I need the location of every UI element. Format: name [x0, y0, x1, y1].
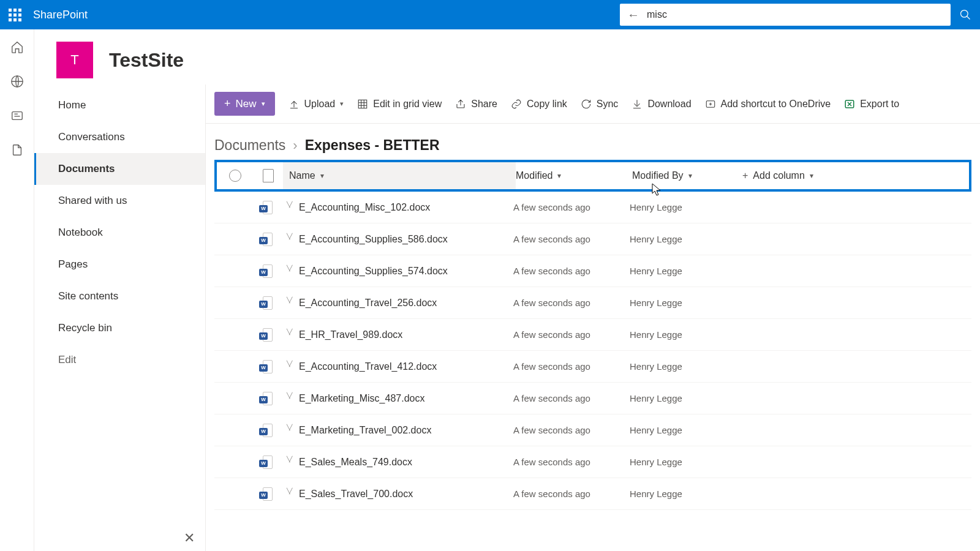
row-select[interactable] [214, 361, 251, 373]
file-type-cell: W [251, 264, 281, 278]
edit-grid-button[interactable]: Edit in grid view [357, 99, 442, 110]
row-select[interactable] [214, 201, 251, 214]
table-row[interactable]: W╲╱E_Accounting_Misc_102.docxA few secon… [214, 192, 971, 223]
file-name-cell[interactable]: ╲╱E_Sales_Meals_749.docx [281, 446, 513, 478]
row-select[interactable] [214, 265, 251, 277]
site-title[interactable]: TestSite [109, 49, 184, 72]
table-row[interactable]: W╲╱E_Marketing_Travel_002.docxA few seco… [214, 414, 971, 446]
nav-item-notebook[interactable]: Notebook [34, 217, 205, 249]
modified-by-cell[interactable]: Henry Legge [630, 298, 740, 308]
new-label: New [236, 98, 257, 110]
search-button[interactable] [951, 0, 980, 29]
nav-item-conversations[interactable]: Conversations [34, 121, 205, 153]
row-select[interactable] [214, 488, 251, 500]
nav-item-pages[interactable]: Pages [34, 249, 205, 280]
breadcrumb-root[interactable]: Documents [214, 137, 285, 154]
plus-icon: + [742, 170, 748, 181]
file-list: Name ▾ Modified ▾ Modified By ▾ + [206, 160, 980, 551]
download-button[interactable]: Download [631, 99, 691, 110]
table-row[interactable]: W╲╱E_Sales_Meals_749.docxA few seconds a… [214, 446, 971, 478]
nav-item-home[interactable]: Home [34, 89, 205, 121]
table-row[interactable]: W╲╱E_Accounting_Supplies_574.docxA few s… [214, 255, 971, 287]
row-select[interactable] [214, 233, 251, 246]
shortcut-label: Add shortcut to OneDrive [721, 99, 831, 110]
modified-column-header[interactable]: Modified ▾ [516, 170, 632, 181]
nav-item-site-contents[interactable]: Site contents [34, 280, 205, 312]
file-name-cell[interactable]: ╲╱E_Accounting_Travel_256.docx [281, 287, 513, 318]
row-select[interactable] [214, 329, 251, 341]
file-name-cell[interactable]: ╲╱E_Sales_Travel_700.docx [281, 478, 513, 509]
file-name-cell[interactable]: ╲╱E_Marketing_Travel_002.docx [281, 414, 513, 446]
files-icon[interactable] [10, 143, 24, 157]
row-select[interactable] [214, 392, 251, 405]
chevron-down-icon: ▾ [810, 171, 813, 180]
file-name-cell[interactable]: ╲╱E_Accounting_Travel_412.docx [281, 351, 513, 382]
add-column-button[interactable]: + Add column ▾ [742, 170, 846, 181]
modified-by-column-header[interactable]: Modified By ▾ [632, 170, 742, 181]
modified-by-cell[interactable]: Henry Legge [630, 266, 740, 276]
app-launcher-button[interactable] [0, 0, 29, 29]
share-button[interactable]: Share [455, 99, 497, 110]
shortcut-button[interactable]: Add shortcut to OneDrive [705, 99, 831, 110]
file-type-cell: W [251, 201, 281, 214]
search-back-icon[interactable]: ← [627, 8, 639, 22]
modified-by-cell[interactable]: Henry Legge [630, 425, 740, 435]
chevron-down-icon: ▾ [340, 100, 344, 108]
word-doc-icon: W [259, 455, 273, 469]
nav-item-recycle-bin[interactable]: Recycle bin [34, 312, 205, 344]
nav-item-shared-with-us[interactable]: Shared with us [34, 185, 205, 217]
file-type-cell: W [251, 392, 281, 405]
loading-spinner-icon: ╲╱ [287, 456, 292, 462]
modified-cell: A few seconds ago [513, 361, 630, 372]
table-row[interactable]: W╲╱E_Accounting_Supplies_586.docxA few s… [214, 223, 971, 255]
home-icon[interactable] [10, 40, 24, 54]
search-region: ← [620, 0, 980, 29]
file-name-cell[interactable]: ╲╱E_Accounting_Supplies_574.docx [281, 255, 513, 287]
export-button[interactable]: Export to [844, 99, 899, 110]
modified-cell: A few seconds ago [513, 329, 630, 340]
globe-icon[interactable] [10, 75, 24, 88]
modified-by-cell[interactable]: Henry Legge [630, 361, 740, 372]
table-row[interactable]: W╲╱E_Marketing_Misc_487.docxA few second… [214, 383, 971, 414]
modified-by-cell[interactable]: Henry Legge [630, 202, 740, 212]
chevron-right-icon: › [293, 138, 297, 154]
modified-by-cell[interactable]: Henry Legge [630, 489, 740, 499]
sync-button[interactable]: Sync [581, 99, 619, 110]
modified-by-cell[interactable]: Henry Legge [630, 329, 740, 340]
search-icon [959, 9, 971, 21]
copy-link-button[interactable]: Copy link [511, 99, 567, 110]
row-select[interactable] [214, 424, 251, 437]
file-type-cell: W [251, 487, 281, 501]
row-select[interactable] [214, 297, 251, 309]
file-name-cell[interactable]: ╲╱E_HR_Travel_989.docx [281, 319, 513, 350]
name-column-header[interactable]: Name ▾ [283, 162, 516, 189]
brand-label[interactable]: SharePoint [33, 9, 88, 21]
modified-by-cell[interactable]: Henry Legge [630, 393, 740, 403]
file-name-cell[interactable]: ╲╱E_Accounting_Supplies_586.docx [281, 223, 513, 255]
table-row[interactable]: W╲╱E_HR_Travel_989.docxA few seconds ago… [214, 319, 971, 351]
modified-by-cell[interactable]: Henry Legge [630, 234, 740, 244]
select-all-cell[interactable] [217, 170, 254, 182]
news-icon[interactable] [10, 109, 24, 122]
site-logo[interactable]: T [56, 42, 93, 78]
new-button[interactable]: + New ▾ [214, 92, 275, 116]
modified-cell: A few seconds ago [513, 393, 630, 403]
search-box[interactable]: ← [620, 4, 951, 26]
nav-item-edit[interactable]: Edit [34, 344, 205, 376]
excel-icon [844, 99, 855, 110]
file-name-label: E_Sales_Travel_700.docx [299, 489, 413, 500]
file-name-cell[interactable]: ╲╱E_Accounting_Misc_102.docx [281, 192, 513, 223]
nav-item-documents[interactable]: Documents [34, 153, 205, 185]
table-row[interactable]: W╲╱E_Accounting_Travel_412.docxA few sec… [214, 351, 971, 383]
file-type-cell: W [251, 328, 281, 342]
file-name-cell[interactable]: ╲╱E_Marketing_Misc_487.docx [281, 383, 513, 414]
table-row[interactable]: W╲╱E_Sales_Travel_700.docxA few seconds … [214, 478, 971, 510]
close-icon[interactable]: ✕ [184, 530, 195, 546]
type-column-header[interactable] [254, 169, 283, 182]
search-input[interactable] [647, 9, 943, 20]
breadcrumb: Documents › Expenses - BETTER [206, 124, 980, 160]
modified-by-cell[interactable]: Henry Legge [630, 457, 740, 467]
upload-button[interactable]: Upload ▾ [288, 99, 344, 110]
row-select[interactable] [214, 456, 251, 468]
table-row[interactable]: W╲╱E_Accounting_Travel_256.docxA few sec… [214, 287, 971, 319]
